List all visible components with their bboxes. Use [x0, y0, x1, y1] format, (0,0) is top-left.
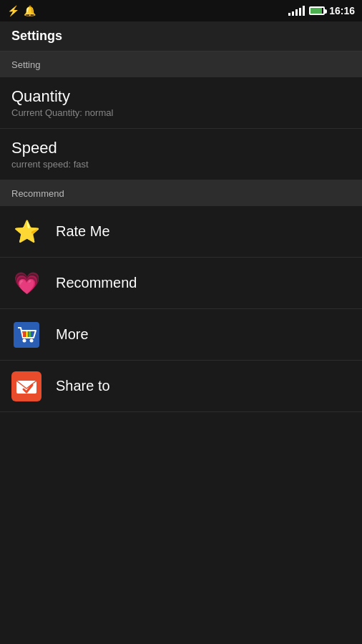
- time-display: 16:16: [329, 5, 355, 16]
- status-bar-left: ⚡ 🔔: [7, 5, 36, 16]
- more-item[interactable]: More: [0, 309, 362, 361]
- more-label: More: [56, 326, 89, 343]
- status-bar: ⚡ 🔔 16:16: [0, 0, 362, 21]
- recommend-label: Recommend: [56, 275, 137, 291]
- speed-title: Speed: [11, 139, 351, 157]
- title-bar: Settings: [0, 21, 362, 52]
- section-recommend-label: Recommend: [11, 188, 64, 199]
- rate-me-item[interactable]: ⭐ Rate Me: [0, 206, 362, 258]
- signal-icon: [288, 6, 305, 16]
- rate-me-label: Rate Me: [56, 223, 110, 240]
- status-bar-right: 16:16: [288, 5, 355, 16]
- section-recommend-header: Recommend: [0, 180, 362, 206]
- svg-rect-5: [29, 331, 31, 337]
- svg-point-2: [30, 338, 34, 342]
- page-title: Settings: [11, 29, 62, 44]
- share-icon: [11, 371, 41, 401]
- usb-icon: ⚡: [7, 5, 19, 16]
- notify-icon: 🔔: [24, 5, 36, 16]
- bottom-empty-area: [0, 412, 362, 630]
- recommend-item[interactable]: 💗 Recommend: [0, 258, 362, 309]
- speed-item[interactable]: Speed current speed: fast: [0, 129, 362, 180]
- share-to-label: Share to: [56, 378, 110, 394]
- quantity-subtitle: Current Quantity: normal: [11, 107, 351, 118]
- speed-subtitle: current speed: fast: [11, 159, 351, 170]
- section-setting-label: Setting: [11, 59, 40, 70]
- cart-icon: [11, 320, 41, 350]
- svg-rect-3: [23, 331, 25, 337]
- battery-icon: [309, 6, 325, 15]
- star-icon: ⭐: [11, 217, 41, 247]
- quantity-item[interactable]: Quantity Current Quantity: normal: [0, 77, 362, 129]
- battery-fill: [310, 8, 322, 14]
- share-to-item[interactable]: Share to: [0, 361, 362, 412]
- svg-point-1: [23, 338, 26, 342]
- heart-icon: 💗: [11, 268, 41, 298]
- svg-rect-4: [26, 331, 28, 337]
- section-setting-header: Setting: [0, 52, 362, 77]
- quantity-title: Quantity: [11, 87, 351, 106]
